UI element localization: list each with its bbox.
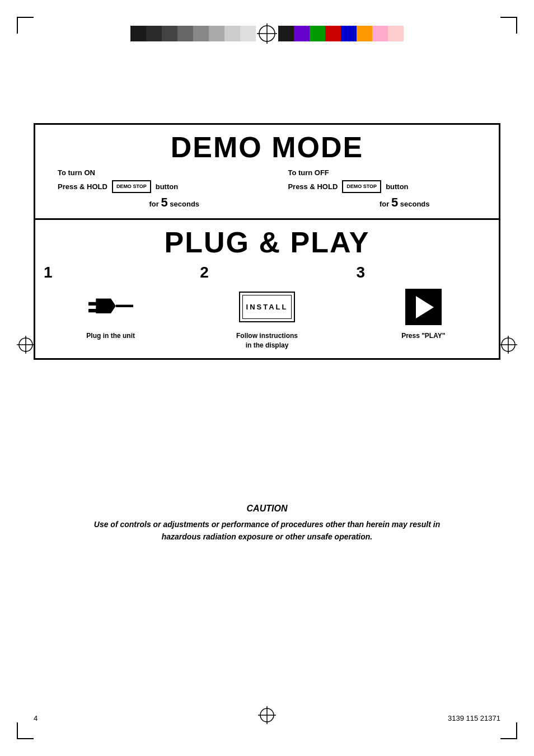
demo-stop-label-off: DEMO STOP xyxy=(346,184,377,190)
step-2: 2 INSTALL Follow instructions in the dis… xyxy=(200,265,334,350)
main-content: DEMO MODE To turn ON Press & HOLD DEMO S… xyxy=(34,123,500,360)
svg-rect-11 xyxy=(88,309,96,312)
svg-marker-9 xyxy=(96,298,116,313)
plug-play-title: PLUG & PLAY xyxy=(44,226,490,259)
install-text: INSTALL xyxy=(246,303,288,311)
step-2-number: 2 xyxy=(200,265,209,280)
play-icon-container xyxy=(405,288,442,327)
demo-turn-on-section: To turn ON Press & HOLD DEMO STOP button… xyxy=(58,168,246,210)
plug-play-steps: 1 Plug in the unit 2 xyxy=(44,265,490,350)
demo-mode-title: DEMO MODE xyxy=(46,130,488,164)
svg-rect-10 xyxy=(88,302,96,305)
bottom-crosshair xyxy=(258,706,276,728)
button-label-off: button xyxy=(386,182,408,191)
demo-stop-btn-off: DEMO STOP xyxy=(342,180,381,193)
step-3: 3 Press "PLAY" xyxy=(357,265,490,341)
button-label-on: button xyxy=(156,182,178,191)
seconds-text-off: seconds xyxy=(400,200,430,208)
play-triangle xyxy=(416,296,434,318)
demo-stop-btn-on: DEMO STOP xyxy=(112,180,151,193)
plug-icon xyxy=(88,288,133,327)
step-2-label: Follow instructions in the display xyxy=(236,331,298,350)
step-3-number: 3 xyxy=(357,265,366,280)
display-icon-container: INSTALL xyxy=(239,288,295,327)
demo-stop-label-on: DEMO STOP xyxy=(116,184,147,190)
seconds-number-on: 5 xyxy=(161,195,167,209)
press-hold-on-text: Press & HOLD xyxy=(58,182,107,191)
side-crosshair-right xyxy=(499,336,517,358)
play-button-icon xyxy=(405,289,442,325)
center-crosshair xyxy=(256,22,278,45)
step-2-label-line2: in the display xyxy=(246,341,289,349)
demo-turn-off-section: To turn OFF Press & HOLD DEMO STOP butto… xyxy=(288,168,476,210)
color-strip-right xyxy=(278,26,404,41)
page-number: 4 xyxy=(34,714,38,722)
for-text-off: for xyxy=(380,200,389,208)
corner-mark-br xyxy=(500,722,517,739)
seconds-text-on: seconds xyxy=(170,200,199,208)
demo-mode-box: DEMO MODE To turn ON Press & HOLD DEMO S… xyxy=(34,123,500,220)
side-crosshair-left xyxy=(17,336,35,358)
turn-on-label: To turn ON xyxy=(58,168,95,177)
seconds-number-off: 5 xyxy=(391,195,398,209)
step-1-label: Plug in the unit xyxy=(86,331,135,341)
for-seconds-on: for 5 seconds xyxy=(58,195,246,210)
turn-off-label: To turn OFF xyxy=(288,168,329,177)
display-screen: INSTALL xyxy=(239,292,295,322)
caution-title: CAUTION xyxy=(84,504,450,514)
corner-mark-bl xyxy=(17,722,34,739)
step-2-label-line1: Follow instructions xyxy=(236,332,298,340)
step-3-label: Press "PLAY" xyxy=(401,331,445,341)
press-hold-off-text: Press & HOLD xyxy=(288,182,338,191)
caution-section: CAUTION Use of controls or adjustments o… xyxy=(0,504,534,543)
plug-play-box: PLUG & PLAY 1 Plug in xyxy=(34,220,500,360)
demo-on-button-row: Press & HOLD DEMO STOP button xyxy=(58,180,178,193)
step-1-number: 1 xyxy=(44,265,53,280)
demo-off-button-row: Press & HOLD DEMO STOP button xyxy=(288,180,408,193)
color-strip-left xyxy=(130,26,256,41)
top-color-bar xyxy=(0,22,534,45)
demo-mode-content: To turn ON Press & HOLD DEMO STOP button… xyxy=(46,168,488,210)
for-text-on: for xyxy=(149,200,159,208)
doc-number: 3139 115 21371 xyxy=(448,714,500,722)
step-1: 1 Plug in the unit xyxy=(44,265,177,341)
for-seconds-off: for 5 seconds xyxy=(288,195,476,210)
caution-text: Use of controls or adjustments or perfor… xyxy=(84,518,450,543)
